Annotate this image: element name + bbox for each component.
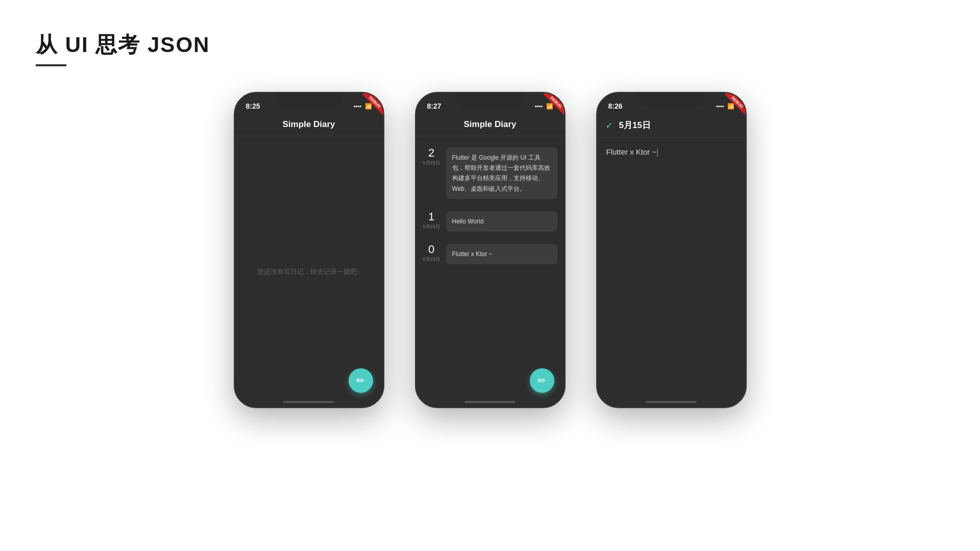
phone-3: 8:26 ▪▪▪▪ 📶 ✓ 5月15日 Flutter x Ktor ~ [596,92,747,408]
side-btn-right-3 [746,154,747,185]
diary-item-0[interactable]: 0 5月15日 Flutter x Ktor ~ [416,239,565,269]
side-btn-right-1 [383,154,384,185]
phone-1: 8:25 ▪▪▪▪ 📶 Simple Diary 您还没有写日记，快去记录一篇吧… [234,92,384,408]
debug-badge-3 [720,93,746,118]
diary-item-id-1: 1 [423,211,440,222]
phone-2-screen: 8:27 ▪▪▪▪ 📶 Simple Diary 2 [416,93,565,407]
side-btn-right-2 [565,154,566,185]
page-title: 从 UI 思考 JSON [36,31,944,59]
debug-badge-1 [358,93,383,118]
diary-item-content-2: Flutter 是 Google 开源的 UI 工具包，帮助开发者通过一套代码库… [446,147,557,199]
app-title-2: Simple Diary [464,119,517,129]
empty-text: 您还没有写日记，快去记录一篇吧~ [257,267,361,277]
home-indicator-2 [464,401,516,403]
diary-item-number-0: 0 5月15日 [423,244,440,263]
fab-button-2[interactable]: ✏ [530,368,554,393]
diary-item-number-2: 2 5月15日 [423,147,440,166]
diary-item-content-0: Flutter x Ktor ~ [446,244,557,264]
time-3: 8:26 [608,102,623,110]
diary-item-1[interactable]: 1 5月15日 Hello World [416,206,565,237]
app-content-2: 2 5月15日 Flutter 是 Google 开源的 UI 工具包，帮助开发… [416,136,565,407]
page-container: 从 UI 思考 JSON 8:25 ▪▪▪▪ 📶 Simple Diary [0,0,980,439]
diary-list: 2 5月15日 Flutter 是 Google 开源的 UI 工具包，帮助开发… [416,136,565,278]
phone-1-screen: 8:25 ▪▪▪▪ 📶 Simple Diary 您还没有写日记，快去记录一篇吧… [235,93,383,407]
diary-item-date-2: 5月15日 [423,160,440,166]
debug-badge-2 [539,93,565,118]
detail-header: ✓ 5月15日 [597,115,746,138]
diary-item-text-2: Flutter 是 Google 开源的 UI 工具包，帮助开发者通过一套代码库… [452,154,550,192]
empty-state: 您还没有写日记，快去记录一篇吧~ [235,136,383,407]
phones-container: 8:25 ▪▪▪▪ 📶 Simple Diary 您还没有写日记，快去记录一篇吧… [36,92,944,408]
diary-item-content-1: Hello World [446,211,557,232]
app-title-1: Simple Diary [283,119,335,129]
diary-item-id-2: 2 [423,147,440,159]
diary-item-text-0: Flutter x Ktor ~ [452,251,493,258]
title-underline [36,64,66,66]
diary-item-date-1: 5月15日 [423,223,440,230]
diary-item-text-1: Hello World [452,218,484,225]
app-header-2: Simple Diary [416,115,565,136]
time-1: 8:25 [246,102,260,110]
diary-item-2[interactable]: 2 5月15日 Flutter 是 Google 开源的 UI 工具包，帮助开发… [416,142,565,204]
detail-content: Flutter x Ktor ~ [597,138,746,166]
home-indicator-1 [283,401,334,403]
fab-button-1[interactable]: ✏ [349,368,373,393]
diary-item-number-1: 1 5月15日 [423,211,440,230]
app-content-1: 您还没有写日记，快去记录一篇吧~ [235,136,383,407]
check-icon[interactable]: ✓ [605,120,613,131]
diary-item-id-0: 0 [423,244,440,255]
home-indicator-3 [646,401,697,403]
time-2: 8:27 [427,102,442,110]
detail-text: Flutter x Ktor ~ [606,147,658,156]
diary-item-date-0: 5月15日 [423,256,440,263]
edit-icon-2: ✏ [537,374,546,387]
phone-2: 8:27 ▪▪▪▪ 📶 Simple Diary 2 [415,92,566,408]
text-cursor [657,148,658,157]
app-header-1: Simple Diary [235,115,383,136]
phone-3-screen: 8:26 ▪▪▪▪ 📶 ✓ 5月15日 Flutter x Ktor ~ [597,93,746,407]
edit-icon-1: ✏ [356,374,365,387]
detail-date: 5月15日 [619,119,651,131]
